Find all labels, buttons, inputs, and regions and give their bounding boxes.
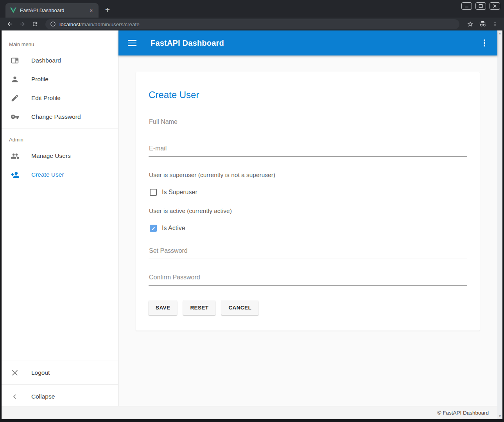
sidebar-section-main-menu: Main menu [2, 36, 118, 51]
hamburger-menu-icon[interactable] [128, 38, 137, 48]
sidebar-item-manage-users[interactable]: Manage Users [2, 147, 118, 165]
page-scrollbar[interactable]: ▲ ▼ [497, 30, 502, 419]
cancel-button[interactable]: CANCEL [221, 300, 258, 315]
footer: © FastAPI Dashboard [2, 406, 497, 419]
sidebar-item-label: Logout [31, 369, 50, 376]
confirm-password-input[interactable] [149, 274, 467, 286]
email-input[interactable] [149, 145, 467, 157]
new-tab-button[interactable]: + [102, 4, 113, 16]
sidebar-item-label: Profile [31, 76, 48, 83]
incognito-indicator [477, 19, 488, 29]
reload-icon [32, 21, 38, 27]
sidebar-item-dashboard[interactable]: Dashboard [2, 51, 118, 70]
active-note: User is active (currently active) [149, 207, 467, 215]
sidebar-bottom: Logout Collapse [2, 358, 118, 406]
browser-toolbar: localhost/main/admin/users/create [0, 18, 504, 30]
sidebar-item-label: Edit Profile [31, 95, 61, 102]
sidebar-item-label: Change Password [31, 113, 81, 120]
sidebar-divider [2, 384, 118, 385]
kebab-menu-icon [492, 21, 498, 27]
page-title: Create User [149, 89, 467, 100]
browser-tab[interactable]: FastAPI Dashboard × [5, 3, 99, 18]
sidebar-item-label: Manage Users [31, 152, 71, 159]
sidebar-section-admin: Admin [2, 131, 118, 147]
vue-favicon [10, 7, 16, 13]
sidebar-item-edit-profile[interactable]: Edit Profile [2, 89, 118, 107]
url-path: /main/admin/users/create [80, 21, 140, 27]
full-name-input[interactable] [149, 118, 467, 130]
minimize-button[interactable] [461, 2, 472, 10]
app-bar-menu-button[interactable] [479, 37, 490, 49]
sidebar-item-label: Collapse [31, 393, 55, 400]
main-content: FastAPI Dashboard Create User [118, 30, 497, 406]
scroll-down-arrow-icon[interactable]: ▼ [498, 415, 502, 418]
is-superuser-checkbox[interactable] [150, 189, 157, 196]
dashboard-icon [10, 56, 20, 65]
back-button[interactable] [5, 19, 15, 29]
reset-button[interactable]: RESET [183, 300, 215, 315]
sidebar-item-label: Create User [31, 171, 64, 178]
close-x-icon [10, 368, 20, 377]
page-viewport: Main menu Dashboard Profile [2, 30, 502, 419]
browser-menu-button[interactable] [490, 19, 500, 29]
app-bar-title: FastAPI Dashboard [151, 39, 224, 48]
close-window-button[interactable] [490, 2, 500, 10]
superuser-note: User is superuser (currently is not a su… [149, 172, 467, 179]
person-icon [10, 75, 20, 84]
checkbox-label: Is Superuser [162, 189, 197, 196]
save-button[interactable]: SAVE [149, 300, 177, 315]
pencil-icon [10, 93, 20, 103]
kebab-menu-icon [484, 39, 486, 47]
tab-strip: FastAPI Dashboard × + [0, 0, 504, 18]
footer-copyright: © FastAPI Dashboard [437, 410, 489, 416]
address-bar[interactable]: localhost/main/admin/users/create [45, 19, 459, 29]
page-body: Create User User is superuser (currently… [118, 55, 497, 406]
browser-window: FastAPI Dashboard × + localhost/main/adm… [0, 0, 504, 422]
sidebar-item-create-user[interactable]: Create User [2, 165, 118, 184]
tab-close-icon[interactable]: × [88, 7, 95, 14]
app-bar: FastAPI Dashboard [118, 30, 497, 55]
key-icon [10, 112, 20, 122]
maximize-button[interactable] [475, 2, 486, 10]
is-active-checkbox[interactable]: ✓ [150, 225, 157, 232]
full-name-field-wrap [149, 118, 467, 130]
people-icon [10, 151, 20, 161]
sidebar-item-collapse[interactable]: Collapse [2, 387, 118, 406]
back-arrow-icon [7, 21, 13, 27]
incognito-icon [479, 21, 486, 27]
page-info-icon[interactable] [50, 21, 56, 27]
sidebar-divider [2, 361, 118, 361]
sidebar-item-label: Dashboard [31, 57, 61, 64]
is-active-checkbox-row[interactable]: ✓ Is Active [150, 225, 467, 232]
url-host: localhost [59, 21, 80, 27]
is-superuser-checkbox-row[interactable]: Is Superuser [150, 189, 467, 196]
chevron-left-icon [10, 392, 20, 401]
sidebar-item-profile[interactable]: Profile [2, 70, 118, 89]
bookmark-star-button[interactable] [465, 19, 475, 29]
sidebar-item-logout[interactable]: Logout [2, 363, 118, 382]
sidebar-item-change-password[interactable]: Change Password [2, 107, 118, 126]
forward-button[interactable] [17, 19, 27, 29]
form-actions: SAVE RESET CANCEL [149, 300, 467, 315]
set-password-field-wrap [149, 247, 467, 259]
scroll-up-arrow-icon[interactable]: ▲ [498, 32, 502, 35]
forward-arrow-icon [19, 21, 26, 27]
checkbox-label: Is Active [162, 225, 185, 232]
sidebar: Main menu Dashboard Profile [2, 30, 118, 406]
url-text: localhost/main/admin/users/create [59, 21, 140, 28]
email-field-wrap [149, 145, 467, 157]
sidebar-divider [2, 129, 118, 129]
window-controls [461, 2, 500, 10]
reload-button[interactable] [30, 19, 40, 29]
star-icon [467, 21, 474, 27]
confirm-password-field-wrap [149, 274, 467, 286]
person-add-icon [10, 170, 20, 179]
set-password-input[interactable] [149, 247, 467, 259]
create-user-card: Create User User is superuser (currently… [136, 72, 480, 331]
tab-title: FastAPI Dashboard [20, 7, 84, 13]
